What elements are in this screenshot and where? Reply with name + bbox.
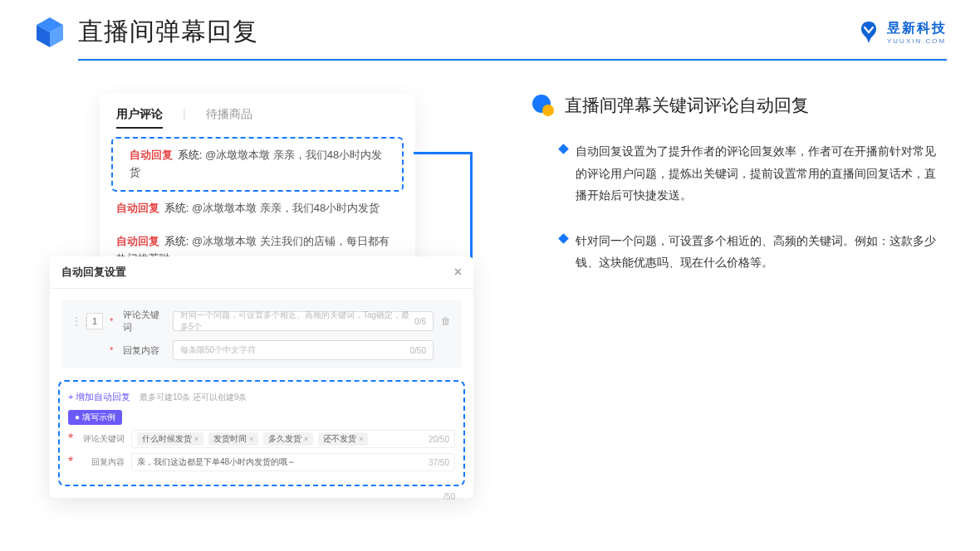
keyword-placeholder: 对同一个问题，可设置多个相近、高频的关键词，Tag确定，最多5个 — [180, 310, 414, 333]
settings-panel: 自动回复设置 × ⋮⋮ 1 * 评论关键词 对同一个问题，可设置多个相近、高频的… — [50, 256, 473, 498]
diamond-bullet-icon — [558, 144, 569, 154]
required-dot: * — [110, 316, 116, 326]
keyword-input[interactable]: 对同一个问题，可设置多个相近、高频的关键词，Tag确定，最多5个 0/6 — [173, 311, 434, 331]
add-reply-row: + 增加自动回复 最多可建10条 还可以创建9条 — [68, 388, 455, 408]
system-tag: 系统: — [164, 202, 189, 214]
form-block: ⋮⋮ 1 * 评论关键词 对同一个问题，可设置多个相近、高频的关键词，Tag确定… — [61, 300, 462, 368]
logo-text: 昱新科技 — [887, 20, 947, 37]
keyword-label: 评论关键词 — [123, 309, 166, 334]
example-badge: ● 填写示例 — [68, 410, 122, 425]
auto-reply-tag: 自动回复 — [116, 235, 159, 247]
close-icon[interactable]: × — [454, 265, 462, 280]
tag-remove-icon[interactable]: × — [304, 435, 308, 443]
stray-counter: /50 — [443, 492, 455, 501]
form-row-content: * 回复内容 每条限50个中文字符 0/50 — [71, 340, 452, 360]
required-dot: * — [68, 432, 75, 446]
example-content-label: 回复内容 — [81, 456, 125, 468]
page-header: 直播间弹幕回复 昱新科技 YUUXIN.COM — [0, 0, 980, 49]
bullet-item: 自动回复设置为了提升作者的评论回复效率，作者可在开播前针对常见的评论用户问题，提… — [532, 140, 947, 207]
tab-pending-products[interactable]: 待播商品 — [206, 107, 252, 129]
example-content-counter: 37/50 — [429, 458, 449, 467]
settings-title: 自动回复设置 — [61, 265, 126, 280]
tab-row: 用户评论 | 待播商品 — [100, 107, 415, 137]
example-keyword-input[interactable]: 什么时候发货× 发货时间× 多久发货× 还不发货× 20/50 — [131, 430, 455, 448]
connector-line — [414, 152, 472, 154]
content-counter: 0/50 — [410, 346, 426, 355]
bullet-text: 针对同一个问题，可设置多个相近的、高频的关键词。例如：这款多少钱、这块能优惠吗、… — [576, 230, 947, 274]
main-content: 用户评论 | 待播商品 自动回复 系统: @冰墩墩本墩 亲亲，我们48小时内发货… — [0, 61, 980, 297]
logo-subtext: YUUXIN.COM — [887, 37, 947, 45]
bullet-item: 针对同一个问题，可设置多个相近的、高频的关键词。例如：这款多少钱、这块能优惠吗、… — [532, 230, 947, 274]
example-content-row: * 回复内容 亲，我们这边都是下单48小时内发货的哦～ 37/50 — [68, 453, 455, 471]
comment-text: @冰墩墩本墩 亲亲，我们48小时内发货 — [192, 202, 380, 214]
content-placeholder: 每条限50个中文字符 — [180, 344, 256, 356]
example-keyword-counter: 20/50 — [429, 435, 449, 444]
left-column: 用户评论 | 待播商品 自动回复 系统: @冰墩墩本墩 亲亲，我们48小时内发货… — [50, 94, 482, 297]
section-title: 直播间弹幕关键词评论自动回复 — [565, 94, 809, 117]
example-content-text: 亲，我们这边都是下单48小时内发货的哦～ — [137, 456, 296, 468]
logo-text-group: 昱新科技 YUUXIN.COM — [887, 20, 947, 45]
required-dot: * — [68, 455, 75, 470]
tag-chip[interactable]: 发货时间× — [208, 432, 258, 446]
system-tag: 系统: — [164, 235, 189, 247]
example-content-input[interactable]: 亲，我们这边都是下单48小时内发货的哦～ 37/50 — [131, 453, 455, 471]
add-reply-link[interactable]: + 增加自动回复 — [68, 391, 130, 403]
cube-icon — [33, 16, 66, 49]
trash-icon[interactable]: 🗑 — [440, 315, 452, 327]
svg-point-4 — [542, 105, 554, 116]
tag-chip[interactable]: 还不发货× — [318, 432, 368, 446]
auto-reply-tag: 自动回复 — [116, 202, 159, 214]
tag-chip[interactable]: 多久发货× — [263, 432, 313, 446]
section-header: 直播间弹幕关键词评论自动回复 — [532, 94, 947, 117]
tag-list: 什么时候发货× 发货时间× 多久发货× 还不发货× — [137, 432, 370, 446]
system-tag: 系统: — [178, 149, 203, 161]
settings-header: 自动回复设置 × — [50, 256, 473, 289]
drag-handle-icon[interactable]: ⋮⋮ — [71, 315, 80, 327]
page-title: 直播间弹幕回复 — [78, 15, 258, 49]
chat-bubble-icon — [532, 94, 555, 117]
content-input[interactable]: 每条限50个中文字符 0/50 — [173, 340, 434, 360]
example-block: + 增加自动回复 最多可建10条 还可以创建9条 ● 填写示例 * 评论关键词 … — [58, 380, 465, 486]
comment-item: 自动回复 系统: @冰墩墩本墩 亲亲，我们48小时内发货 — [113, 139, 402, 190]
comment-item: 自动回复 系统: @冰墩墩本墩 亲亲，我们48小时内发货 — [100, 192, 415, 226]
keyword-counter: 0/6 — [414, 317, 426, 326]
bullet-text: 自动回复设置为了提升作者的评论回复效率，作者可在开播前针对常见的评论用户问题，提… — [576, 140, 947, 207]
tag-chip[interactable]: 什么时候发货× — [137, 432, 203, 446]
right-column: 直播间弹幕关键词评论自动回复 自动回复设置为了提升作者的评论回复效率，作者可在开… — [515, 94, 947, 297]
company-logo: 昱新科技 YUUXIN.COM — [857, 20, 947, 45]
form-row-keyword: ⋮⋮ 1 * 评论关键词 对同一个问题，可设置多个相近、高频的关键词，Tag确定… — [71, 309, 452, 334]
tag-remove-icon[interactable]: × — [194, 435, 198, 443]
tab-user-comments[interactable]: 用户评论 — [116, 107, 163, 129]
logo-icon — [857, 21, 880, 44]
tag-remove-icon[interactable]: × — [249, 435, 253, 443]
header-left: 直播间弹幕回复 — [33, 15, 258, 49]
content-label: 回复内容 — [123, 344, 166, 357]
example-keyword-row: * 评论关键词 什么时候发货× 发货时间× 多久发货× 还不发货× 20/50 — [68, 430, 455, 448]
auto-reply-tag: 自动回复 — [130, 149, 173, 161]
required-dot: * — [110, 345, 116, 355]
example-keyword-label: 评论关键词 — [81, 433, 125, 445]
add-reply-hint: 最多可建10条 还可以创建9条 — [140, 393, 247, 402]
highlighted-comment: 自动回复 系统: @冰墩墩本墩 亲亲，我们48小时内发货 — [111, 137, 404, 192]
index-number: 1 — [86, 313, 103, 329]
tag-remove-icon[interactable]: × — [359, 435, 363, 443]
diamond-bullet-icon — [558, 233, 569, 244]
